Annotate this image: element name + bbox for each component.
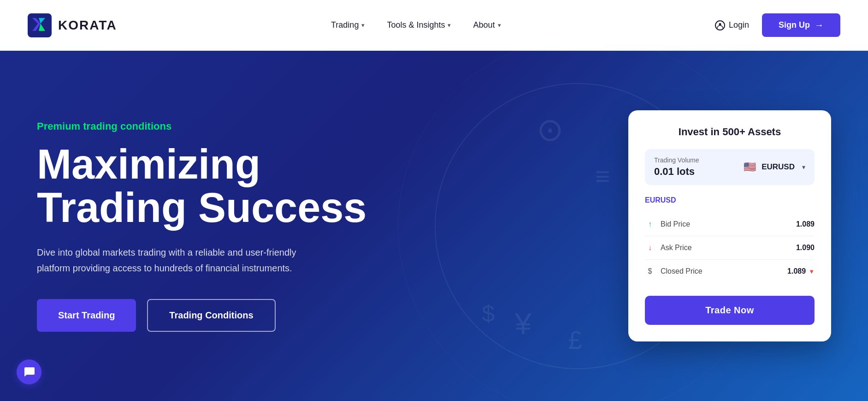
- price-down-badge: ▼: [809, 268, 815, 275]
- currency-name: EURUSD: [762, 162, 795, 172]
- chart-bg-icon: ≡: [595, 162, 610, 191]
- hero-widget-area: Invest in 500+ Assets Trading Volume 0.0…: [610, 110, 831, 341]
- logo-text: KORATA: [58, 18, 117, 33]
- bid-price-label: Bid Price: [661, 220, 690, 228]
- hero-tag: Premium trading conditions: [37, 120, 396, 132]
- hero-section: ⊙ ≡ ¥ £ $ Premium trading conditions Max…: [0, 51, 868, 401]
- chevron-down-icon: ▾: [361, 22, 365, 29]
- logo[interactable]: KORATA: [28, 13, 117, 37]
- trading-volume-label: Trading Volume: [654, 156, 699, 164]
- trading-volume-value: 0.01 lots: [654, 166, 699, 178]
- arrow-right-icon: →: [815, 20, 824, 30]
- yen-bg-icon: ¥: [515, 306, 531, 341]
- closed-price-value: 1.089 ▼: [787, 267, 815, 275]
- trade-now-button[interactable]: Trade Now: [645, 296, 815, 325]
- chevron-down-icon: ▾: [448, 22, 451, 29]
- hero-description: Dive into global markets trading with a …: [37, 245, 332, 276]
- start-trading-button[interactable]: Start Trading: [37, 299, 136, 332]
- bid-up-icon: ↑: [645, 219, 655, 229]
- chat-icon: [23, 366, 35, 378]
- ask-down-icon: ↓: [645, 243, 655, 253]
- header-actions: Login Sign Up →: [715, 13, 840, 37]
- hero-title: Maximizing Trading Success: [37, 143, 396, 230]
- logo-icon: [28, 13, 52, 37]
- dollar-bg-icon: $: [482, 300, 495, 327]
- closed-price-row: $ Closed Price 1.089 ▼: [645, 260, 815, 283]
- main-nav: Trading ▾ Tools & Insights ▾ About ▾: [331, 20, 501, 30]
- coin-bg-icon: ⊙: [537, 111, 564, 149]
- ask-price-label: Ask Price: [661, 244, 692, 252]
- header: KORATA Trading ▾ Tools & Insights ▾ Abou…: [0, 0, 868, 51]
- login-button[interactable]: Login: [715, 20, 749, 30]
- invest-title: Invest in 500+ Assets: [645, 126, 815, 138]
- bid-price-row: ↑ Bid Price 1.089: [645, 213, 815, 236]
- dollar-icon: $: [645, 266, 655, 276]
- trading-volume-box: Trading Volume 0.01 lots 🇺🇸 EURUSD ▾: [645, 149, 815, 185]
- trading-conditions-button[interactable]: Trading Conditions: [147, 299, 275, 332]
- ask-price-value: 1.090: [796, 244, 815, 252]
- nav-tools-insights[interactable]: Tools & Insights ▾: [387, 20, 451, 30]
- invest-card: Invest in 500+ Assets Trading Volume 0.0…: [628, 110, 831, 341]
- pound-bg-icon: £: [568, 325, 582, 355]
- currency-selector[interactable]: 🇺🇸 EURUSD ▾: [742, 160, 805, 174]
- hero-content: Premium trading conditions Maximizing Tr…: [37, 120, 396, 332]
- pair-label: EURUSD: [645, 196, 815, 204]
- currency-chevron-icon: ▾: [802, 163, 805, 171]
- closed-price-label: Closed Price: [661, 267, 703, 275]
- bid-price-value: 1.089: [796, 220, 815, 228]
- signup-button[interactable]: Sign Up →: [762, 13, 840, 37]
- hero-buttons: Start Trading Trading Conditions: [37, 299, 396, 332]
- trading-volume-info: Trading Volume 0.01 lots: [654, 156, 699, 178]
- nav-about[interactable]: About ▾: [473, 20, 501, 30]
- chat-bubble[interactable]: [17, 359, 41, 384]
- user-icon: [715, 20, 725, 30]
- currency-flag: 🇺🇸: [742, 160, 757, 174]
- nav-trading[interactable]: Trading ▾: [331, 20, 365, 30]
- chevron-down-icon: ▾: [498, 22, 501, 29]
- ask-price-row: ↓ Ask Price 1.090: [645, 236, 815, 260]
- svg-rect-0: [28, 13, 52, 37]
